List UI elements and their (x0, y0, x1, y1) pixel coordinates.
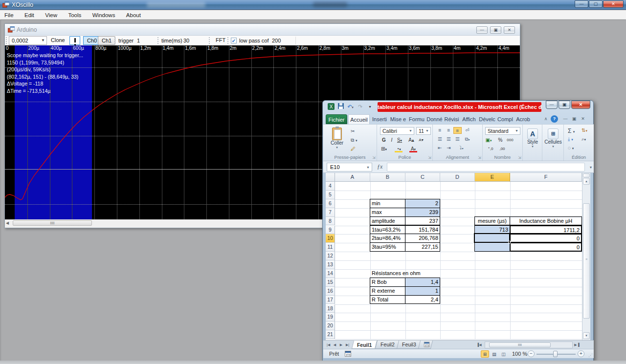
split-handle[interactable] (583, 173, 590, 177)
expand-formula-bar-icon[interactable]: ▾ (590, 165, 592, 170)
row-header-18[interactable]: 18 (326, 304, 335, 313)
row-header-21[interactable]: 21 (326, 330, 335, 339)
cell-C16[interactable]: 1 (405, 286, 440, 296)
channel1-toggle[interactable]: Ch1 (98, 36, 115, 45)
row-header-10[interactable]: 10 (326, 234, 335, 243)
sort-filter-icon[interactable]: ⇅▾ (581, 128, 587, 133)
scroll-left-arrow-icon[interactable]: ◀ (6, 221, 9, 225)
row-header-6[interactable]: 6 (326, 199, 335, 208)
fill-handle[interactable] (508, 241, 511, 243)
column-header-A[interactable]: A (335, 173, 370, 182)
menu-edit[interactable]: Edit (20, 11, 39, 18)
sheet-tab-feuil3[interactable]: Feuil3 (397, 341, 422, 349)
row-header-4[interactable]: 4 (326, 182, 335, 191)
row-header-5[interactable]: 5 (326, 191, 335, 199)
cell-B16[interactable]: R externe (370, 286, 405, 296)
increase-decimal-icon[interactable]: ⁺,0 (487, 145, 494, 152)
minimize-button[interactable]: — (575, 0, 588, 8)
clone-button[interactable]: Clone (47, 36, 68, 45)
arduino-maximize-button[interactable]: ▣ (490, 26, 501, 34)
horizontal-scrollbar[interactable]: ⦀⦀⦀ (485, 342, 573, 348)
sheet-tab-feuil1[interactable]: Feuil1 (352, 341, 378, 349)
font-color-button[interactable]: A▾ (409, 145, 417, 152)
macro-record-icon[interactable] (345, 351, 351, 358)
cell-C6[interactable]: 2 (405, 199, 440, 208)
row-header-19[interactable]: 19 (326, 313, 335, 321)
scrollbar-thumb[interactable]: ≡ (583, 203, 590, 319)
row-header-13[interactable]: 13 (326, 260, 335, 269)
fft-button[interactable]: FFT (212, 36, 229, 45)
cell-C11[interactable]: 227,15 (405, 242, 440, 252)
tab-formules[interactable]: Formu (408, 114, 425, 124)
copy-icon[interactable]: ⧉ ▾ (351, 137, 357, 143)
tab-fichier[interactable]: Fichier (326, 114, 347, 124)
align-top-icon[interactable]: ≡ (436, 127, 444, 134)
tab-mise-en-page[interactable]: Mise e (389, 114, 407, 124)
cell-C15[interactable]: 1,4 (405, 278, 440, 287)
cell-F11[interactable]: 0 (510, 242, 582, 252)
cell-F9[interactable]: 1711,2 (510, 225, 582, 235)
column-header-C[interactable]: C (405, 173, 440, 182)
row-header-7[interactable]: 7 (326, 208, 335, 217)
align-center-icon[interactable]: ☰ (445, 136, 453, 143)
first-sheet-icon[interactable]: |◀ (325, 342, 332, 348)
zoom-in-button[interactable]: + (578, 350, 584, 357)
row-header-14[interactable]: 14 (326, 269, 335, 278)
decrease-decimal-icon[interactable]: ,00 (498, 145, 506, 152)
bold-button[interactable]: G (380, 136, 388, 144)
tab-affichage[interactable]: Affich (461, 114, 477, 124)
row-header-20[interactable]: 20 (326, 321, 335, 330)
workbook-minimize-icon[interactable]: — (561, 115, 569, 123)
prev-sheet-icon[interactable]: ◀ (332, 342, 338, 348)
dialog-launcher-icon[interactable]: ⇲ (428, 155, 431, 160)
scroll-up-arrow-icon[interactable]: ▲ (583, 178, 590, 185)
row-header-9[interactable]: 9 (326, 226, 335, 235)
font-name-combobox[interactable]: Calibri▼ (380, 127, 414, 135)
collapse-ribbon-icon[interactable]: ∧ (542, 115, 550, 123)
menu-windows[interactable]: Windows (88, 11, 120, 18)
cell-B15[interactable]: R Bob (370, 278, 405, 287)
lowpass-value-input[interactable]: 200 (272, 38, 281, 43)
cell-F8[interactable]: Inductance Bobine µH (510, 216, 582, 226)
grow-font-button[interactable]: A▴ (407, 136, 415, 144)
pause-button[interactable] (69, 36, 80, 45)
decrease-indent-icon[interactable]: ⇤ (436, 145, 444, 151)
cell-C8[interactable]: 237 (405, 216, 440, 226)
cut-icon[interactable]: ✂ (351, 128, 355, 134)
close-button[interactable]: ✕ (603, 0, 624, 8)
tab-acrobat[interactable]: Acrob (514, 114, 532, 124)
menu-about[interactable]: About (122, 11, 145, 18)
voltage-range-combobox[interactable]: 0,0002 ▼ (9, 36, 47, 45)
view-normal-button[interactable]: ⊞ (481, 350, 489, 358)
cell-C10[interactable]: 206,768 (405, 234, 440, 243)
menu-view[interactable]: View (41, 11, 62, 18)
help-icon[interactable]: ? (551, 115, 558, 123)
font-size-combobox[interactable]: 11▼ (416, 127, 431, 135)
workbook-restore-icon[interactable]: ▣ (570, 115, 578, 123)
workbook-close-icon[interactable]: ✕ (579, 115, 587, 123)
wrap-text-icon[interactable]: ⏎ (463, 127, 471, 134)
increase-indent-icon[interactable]: ⇥ (445, 145, 453, 151)
clear-icon[interactable]: ◌ ▾ (568, 145, 574, 150)
accounting-format-icon[interactable]: ▣▾ (485, 136, 492, 144)
underline-button[interactable]: S▾ (396, 136, 403, 144)
tab-developpeur[interactable]: Dévelc (478, 114, 496, 124)
cell-E8[interactable]: mesure (µs) (474, 216, 510, 226)
arduino-titlebar[interactable]: Arduino — ▣ ✕ (5, 24, 520, 36)
cell-B9[interactable]: 1tau=63,2% (370, 225, 405, 235)
formula-input[interactable] (387, 163, 585, 171)
align-bottom-icon-active[interactable]: ≡ (453, 127, 462, 134)
fill-color-button[interactable]: ◔▾ (395, 145, 402, 152)
row-header-12[interactable]: 12 (326, 252, 335, 260)
excel-minimize-button[interactable]: — (546, 101, 558, 109)
dialog-launcher-icon[interactable]: ⇲ (372, 155, 376, 160)
column-header-F[interactable]: F (510, 173, 582, 182)
trigger-value-input[interactable]: 1 (137, 38, 140, 43)
zoom-out-button[interactable]: − (528, 350, 535, 357)
align-right-icon[interactable]: ☰ (453, 136, 462, 143)
name-box[interactable]: E10▼ (327, 163, 372, 171)
percent-style-icon[interactable]: % (496, 136, 504, 144)
save-icon[interactable] (336, 103, 345, 111)
italic-button[interactable]: I (388, 136, 396, 144)
find-select-icon[interactable]: ⌕▾ (581, 136, 586, 142)
